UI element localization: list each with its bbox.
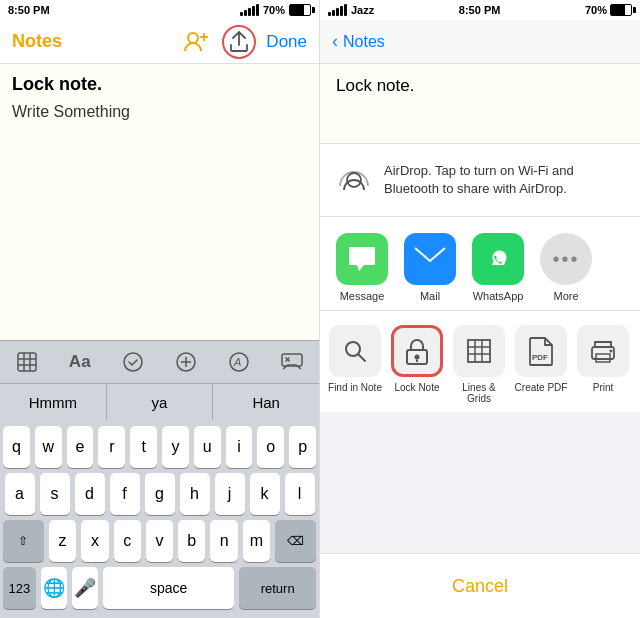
message-app-icon	[336, 233, 388, 285]
key-d[interactable]: d	[75, 473, 105, 515]
airdrop-section: AirDrop. Tap to turn on Wi-Fi and Blueto…	[320, 144, 640, 217]
key-h[interactable]: h	[180, 473, 210, 515]
cancel-button-area: Cancel	[320, 553, 640, 618]
key-row-3: ⇧ z x c v b n m ⌫	[3, 520, 316, 562]
battery-area-right: 70%	[585, 4, 632, 16]
back-button[interactable]: ‹ Notes	[332, 31, 385, 52]
svg-point-8	[124, 353, 142, 371]
status-right-left: 70%	[240, 4, 311, 16]
key-row-2: a s d f g h j k l	[3, 473, 316, 515]
left-panel: 8:50 PM 70% Notes	[0, 0, 320, 618]
key-return[interactable]: return	[239, 567, 316, 609]
message-app-label: Message	[340, 290, 385, 302]
battery-left: 70%	[263, 4, 285, 16]
share-button[interactable]	[222, 25, 256, 59]
key-m[interactable]: m	[243, 520, 270, 562]
key-globe[interactable]: 🌐	[41, 567, 67, 609]
key-w[interactable]: w	[35, 426, 62, 468]
key-j[interactable]: j	[215, 473, 245, 515]
key-shift[interactable]: ⇧	[3, 520, 44, 562]
svg-point-23	[415, 355, 420, 360]
notes-title-left: Notes	[12, 31, 62, 52]
battery-icon-right	[610, 4, 632, 16]
note-preview-title: Lock note.	[336, 76, 624, 96]
svg-point-0	[188, 33, 198, 43]
close-keyboard-icon[interactable]	[274, 344, 310, 380]
keyboard-toolbar: Aa A	[0, 340, 319, 384]
key-g[interactable]: g	[145, 473, 175, 515]
svg-point-33	[610, 350, 613, 353]
app-mail[interactable]: Mail	[400, 233, 460, 302]
key-t[interactable]: t	[130, 426, 157, 468]
key-mic[interactable]: 🎤	[72, 567, 98, 609]
key-b[interactable]: b	[178, 520, 205, 562]
create-pdf-label: Create PDF	[515, 382, 568, 393]
key-s[interactable]: s	[40, 473, 70, 515]
nav-bar-right: ‹ Notes	[320, 20, 640, 64]
table-icon[interactable]	[9, 344, 45, 380]
more-app-label: More	[553, 290, 578, 302]
add-icon[interactable]	[168, 344, 204, 380]
lock-note-icon	[391, 325, 443, 377]
checklist-icon[interactable]	[115, 344, 151, 380]
action-print[interactable]: Print	[574, 325, 632, 393]
key-space[interactable]: space	[103, 567, 234, 609]
actions-row: Find in Note Lock Note	[320, 311, 640, 412]
key-z[interactable]: z	[49, 520, 76, 562]
keyboard-area: Aa A	[0, 340, 319, 618]
key-p[interactable]: p	[289, 426, 316, 468]
find-note-label: Find in Note	[328, 382, 382, 393]
action-create-pdf[interactable]: PDF Create PDF	[512, 325, 570, 393]
key-r[interactable]: r	[98, 426, 125, 468]
autocorrect-3[interactable]: Han	[213, 384, 319, 420]
key-l[interactable]: l	[285, 473, 315, 515]
status-bar-right: Jazz 8:50 PM 70%	[320, 0, 640, 20]
done-button[interactable]: Done	[266, 32, 307, 52]
key-e[interactable]: e	[67, 426, 94, 468]
lines-grids-label: Lines & Grids	[450, 382, 508, 404]
format-icon[interactable]: A	[221, 344, 257, 380]
key-o[interactable]: o	[257, 426, 284, 468]
key-numbers[interactable]: 123	[3, 567, 36, 609]
app-message[interactable]: Message	[332, 233, 392, 302]
action-lines-grids[interactable]: Lines & Grids	[450, 325, 508, 404]
svg-rect-25	[468, 340, 490, 362]
lines-grids-icon	[453, 325, 505, 377]
key-a[interactable]: a	[5, 473, 35, 515]
svg-line-21	[358, 354, 365, 361]
autocorrect-1[interactable]: Hmmm	[0, 384, 107, 420]
nav-actions-left: Done	[180, 25, 307, 59]
action-find-in-note[interactable]: Find in Note	[326, 325, 384, 393]
key-row-1: q w e r t y u i o p	[3, 426, 316, 468]
whatsapp-app-label: WhatsApp	[473, 290, 524, 302]
right-panel: Jazz 8:50 PM 70% ‹ Notes Lock note.	[320, 0, 640, 618]
key-u[interactable]: u	[194, 426, 221, 468]
cancel-button[interactable]: Cancel	[336, 564, 624, 608]
key-delete[interactable]: ⌫	[275, 520, 316, 562]
key-x[interactable]: x	[81, 520, 108, 562]
font-size-icon[interactable]: Aa	[62, 344, 98, 380]
key-y[interactable]: y	[162, 426, 189, 468]
note-body: Write Something	[12, 103, 307, 121]
autocorrect-bar: Hmmm ya Han	[0, 384, 319, 420]
action-lock-note[interactable]: Lock Note	[388, 325, 446, 393]
carrier-name: Jazz	[351, 4, 374, 16]
carrier-info: Jazz	[328, 4, 374, 16]
status-time-right: 8:50 PM	[459, 4, 501, 16]
key-c[interactable]: c	[114, 520, 141, 562]
signal-icon-right	[328, 4, 347, 16]
key-row-4: 123 🌐 🎤 space return	[3, 567, 316, 609]
key-k[interactable]: k	[250, 473, 280, 515]
key-q[interactable]: q	[3, 426, 30, 468]
apps-row: Message Mail	[320, 217, 640, 311]
status-bar-left: 8:50 PM 70%	[0, 0, 319, 20]
signal-icon	[240, 4, 259, 16]
key-i[interactable]: i	[226, 426, 253, 468]
key-f[interactable]: f	[110, 473, 140, 515]
app-whatsapp[interactable]: WhatsApp	[468, 233, 528, 302]
key-n[interactable]: n	[210, 520, 237, 562]
key-v[interactable]: v	[146, 520, 173, 562]
autocorrect-2[interactable]: ya	[107, 384, 214, 420]
add-person-button[interactable]	[180, 26, 212, 58]
app-more[interactable]: ••• More	[536, 233, 596, 302]
